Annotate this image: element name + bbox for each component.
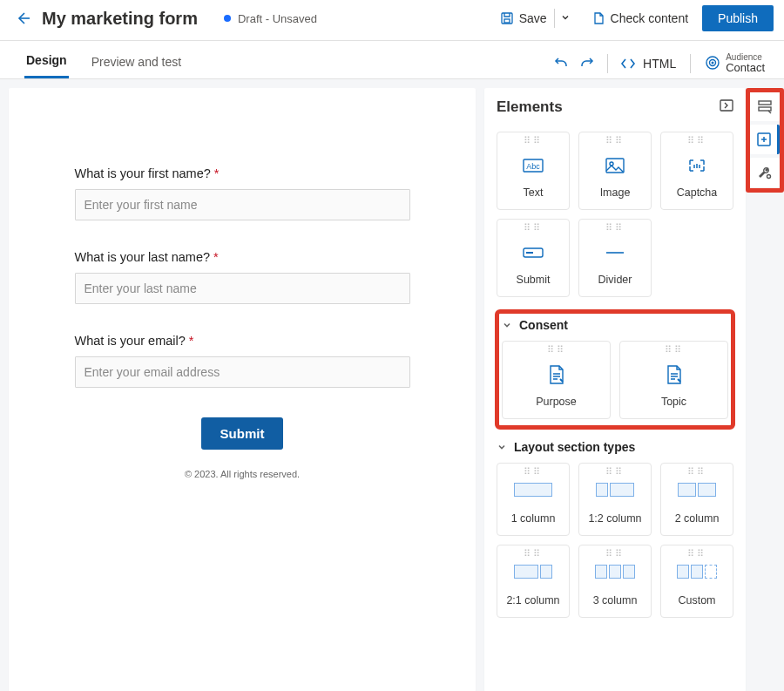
consent-section-toggle[interactable]: Consent	[502, 318, 728, 332]
label-first-name: What is your first name?	[75, 166, 211, 180]
captcha-icon	[686, 157, 707, 174]
required-icon: *	[214, 166, 220, 180]
right-column: Elements ⠿⠿ Abc Text ⠿⠿ Image ⠿⠿	[484, 79, 784, 691]
label-last-name: What is your last name?	[75, 250, 211, 264]
field-email: What is your email?*	[75, 334, 410, 388]
publish-button[interactable]: Publish	[702, 5, 774, 31]
rail-settings-button[interactable]	[750, 158, 780, 187]
save-button[interactable]: Save	[493, 8, 554, 29]
layout-custom[interactable]: ⠿⠿ Custom	[660, 545, 733, 618]
element-text[interactable]: ⠿⠿ Abc Text	[497, 132, 570, 210]
grip-icon: ⠿⠿	[687, 138, 706, 146]
grip-icon: ⠿⠿	[605, 551, 625, 559]
input-last-name[interactable]	[75, 273, 410, 304]
form-canvas[interactable]: What is your first name?* What is your l…	[9, 88, 476, 691]
copyright-text: © 2023. All rights reserved.	[75, 469, 410, 479]
check-content-button[interactable]: Check content	[585, 8, 696, 29]
required-icon: *	[213, 250, 219, 264]
tab-row: Design Preview and test HTML Audience Co…	[0, 41, 784, 79]
svg-text:Abc: Abc	[526, 162, 540, 171]
redo-button[interactable]	[574, 51, 600, 77]
layout-label: 1 column	[511, 512, 556, 525]
element-label: Captcha	[677, 186, 718, 199]
layout-2-column[interactable]: ⠿⠿ 2 column	[660, 463, 733, 536]
svg-rect-5	[720, 100, 733, 111]
page-title: My marketing form	[42, 9, 198, 29]
audience-value: Contact	[726, 62, 765, 74]
tab-design[interactable]: Design	[24, 48, 69, 78]
back-button[interactable]	[10, 6, 35, 30]
elements-title: Elements	[497, 98, 563, 116]
grip-icon: ⠿⠿	[524, 469, 543, 478]
submit-icon	[522, 247, 544, 259]
form-submit-button[interactable]: Submit	[201, 417, 284, 450]
grip-icon: ⠿⠿	[605, 469, 625, 478]
element-submit[interactable]: ⠿⠿ Submit	[497, 219, 570, 297]
main-area: What is your first name?* What is your l…	[0, 79, 784, 691]
grip-icon: ⠿⠿	[524, 551, 543, 559]
rail-fields-button[interactable]	[750, 91, 780, 121]
layout-3-column[interactable]: ⠿⠿ 3 column	[578, 545, 652, 618]
divider	[607, 54, 608, 73]
html-label[interactable]: HTML	[643, 57, 676, 71]
element-label: Submit	[517, 274, 551, 286]
elements-panel: Elements ⠿⠿ Abc Text ⠿⠿ Image ⠿⠿	[484, 88, 746, 691]
layout-1-column[interactable]: ⠿⠿ 1 column	[497, 463, 570, 536]
required-icon: *	[189, 334, 194, 348]
svg-rect-1	[504, 19, 510, 23]
grip-icon: ⠿⠿	[605, 138, 625, 146]
chevron-down-icon	[560, 12, 571, 23]
grip-icon: ⠿⠿	[605, 225, 625, 234]
html-button[interactable]	[615, 51, 641, 77]
element-label: Text	[524, 186, 544, 199]
layout-label: 2 column	[675, 512, 720, 525]
canvas-wrap: What is your first name?* What is your l…	[0, 79, 484, 691]
svg-rect-14	[759, 107, 771, 111]
code-icon	[620, 56, 636, 71]
status-dot-icon	[224, 15, 231, 22]
element-label: Topic	[661, 396, 686, 408]
add-element-icon	[756, 132, 772, 147]
undo-icon	[553, 56, 569, 71]
element-label: Purpose	[536, 396, 577, 408]
layout-1-2-column[interactable]: ⠿⠿ 1:2 column	[578, 463, 652, 536]
save-label: Save	[519, 11, 547, 25]
layout-section-toggle[interactable]: Layout section types	[497, 440, 733, 454]
consent-title: Consent	[519, 318, 568, 332]
check-content-label: Check content	[611, 11, 689, 25]
element-image[interactable]: ⠿⠿ Image	[578, 132, 652, 210]
redo-icon	[579, 56, 595, 71]
save-dropdown[interactable]	[554, 9, 576, 28]
grip-icon: ⠿⠿	[687, 469, 706, 478]
grip-icon: ⠿⠿	[687, 551, 706, 559]
purpose-icon	[547, 364, 566, 385]
field-first-name: What is your first name?*	[75, 166, 410, 220]
field-last-name: What is your last name?*	[75, 250, 410, 304]
right-rail	[746, 88, 784, 691]
layout-2-1-column[interactable]: ⠿⠿ 2:1 column	[497, 545, 570, 618]
arrow-left-icon	[14, 10, 31, 27]
document-check-icon	[591, 11, 605, 25]
layout-label: 3 column	[593, 594, 638, 606]
element-divider[interactable]: ⠿⠿ Divider	[578, 219, 652, 297]
layout-grid: ⠿⠿ 1 column ⠿⠿ 1:2 column ⠿⠿ 2 column ⠿⠿	[497, 463, 733, 618]
topic-icon	[665, 364, 684, 385]
rail-elements-button[interactable]	[750, 125, 780, 154]
consent-section-highlight: Consent ⠿⠿ Purpose ⠿⠿ Topic	[497, 311, 733, 428]
marketing-form: What is your first name?* What is your l…	[75, 166, 410, 691]
element-topic[interactable]: ⠿⠿ Topic	[619, 341, 728, 419]
undo-button[interactable]	[548, 51, 574, 77]
layout-label: 1:2 column	[588, 512, 641, 525]
audience-selector[interactable]: Audience Contact	[698, 52, 772, 74]
input-first-name[interactable]	[75, 189, 410, 220]
element-label: Image	[600, 186, 631, 199]
collapse-panel-button[interactable]	[720, 99, 733, 115]
element-purpose[interactable]: ⠿⠿ Purpose	[502, 341, 611, 419]
element-captcha[interactable]: ⠿⠿ Captcha	[660, 132, 733, 210]
tab-preview[interactable]: Preview and test	[90, 50, 184, 78]
target-icon	[705, 55, 720, 71]
chevron-down-icon	[502, 320, 512, 330]
grip-icon: ⠿⠿	[524, 225, 543, 234]
text-icon: Abc	[521, 157, 545, 174]
input-email[interactable]	[75, 356, 410, 388]
